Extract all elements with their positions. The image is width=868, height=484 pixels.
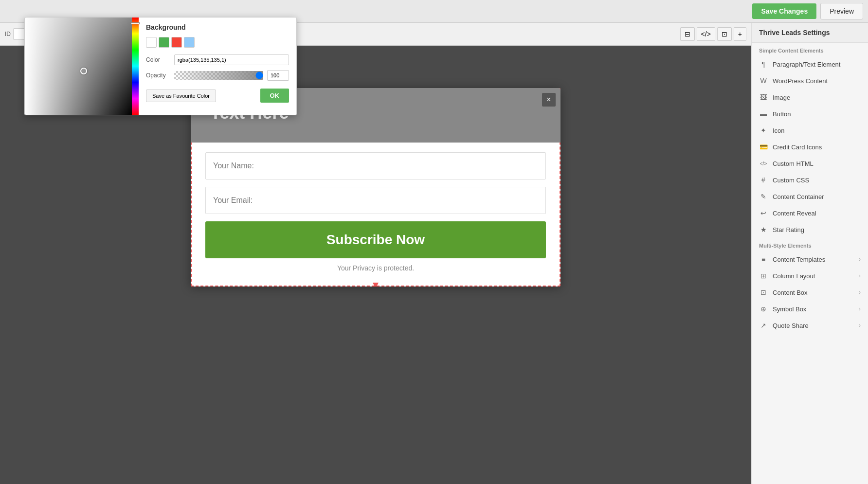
sidebar-item-label: Content Reveal — [773, 210, 861, 217]
sidebar-item-label: Paragraph/Text Element — [773, 61, 861, 68]
paragraph-icon: ¶ — [759, 60, 768, 69]
ok-button[interactable]: OK — [260, 89, 289, 103]
swatch-light-blue[interactable] — [184, 37, 195, 48]
chevron-right-icon: › — [859, 289, 861, 296]
code-editor-button[interactable]: </> — [697, 27, 715, 41]
sidebar-item-label: Credit Card Icons — [773, 143, 861, 151]
sidebar-title: Thrive Leads Settings — [752, 23, 868, 43]
color-spectrum-canvas[interactable] — [25, 18, 132, 115]
sidebar-item-content-box[interactable]: ⊡ Content Box › — [752, 284, 868, 301]
opacity-row: Opacity — [146, 70, 289, 81]
color-picker-title: Background — [146, 23, 289, 31]
sidebar-item-quote-share[interactable]: ↗ Quote Share › — [752, 317, 868, 334]
content-templates-icon: ≡ — [759, 255, 768, 264]
form-close-button[interactable]: × — [542, 93, 556, 107]
subscribe-button[interactable]: Subscribe Now — [205, 221, 546, 258]
html-icon: </> — [759, 159, 768, 168]
sidebar-item-label: Button — [773, 110, 861, 118]
multi-elements-section: Multi-Style Elements — [752, 238, 868, 251]
sidebar-item-content-reveal[interactable]: ↩ Content Reveal — [752, 205, 868, 221]
sidebar-item-label: Custom CSS — [773, 177, 861, 184]
name-input[interactable] — [205, 152, 546, 179]
chevron-right-icon: › — [859, 272, 861, 279]
symbol-box-icon: ⊕ — [759, 305, 768, 313]
wordpress-icon: W — [759, 76, 768, 85]
content-reveal-icon: ↩ — [759, 209, 768, 217]
email-input[interactable] — [205, 187, 546, 214]
sidebar-item-symbol-box[interactable]: ⊕ Symbol Box › — [752, 301, 868, 317]
simple-elements-section: Simple Content Elements — [752, 43, 868, 56]
color-row: Color — [146, 54, 289, 65]
column-layout-icon: ⊞ — [759, 271, 768, 280]
minimize-button[interactable]: ⊟ — [680, 27, 695, 41]
star-icon: ★ — [759, 225, 768, 234]
credit-card-icon: 💳 — [759, 143, 768, 151]
right-sidebar: Thrive Leads Settings Simple Content Ele… — [751, 23, 868, 484]
button-icon: ▬ — [759, 109, 768, 118]
sidebar-item-label: Content Container — [773, 193, 861, 200]
sidebar-item-label: Custom HTML — [773, 160, 861, 167]
swatch-red[interactable] — [171, 37, 182, 48]
sidebar-item-wordpress[interactable]: W WordPress Content — [752, 72, 868, 89]
id-label: ID — [5, 31, 11, 37]
sidebar-item-column-layout[interactable]: ⊞ Column Layout › — [752, 268, 868, 284]
sidebar-item-label: Icon — [773, 127, 861, 134]
chevron-right-icon: › — [859, 256, 861, 263]
sidebar-item-content-templates[interactable]: ≡ Content Templates › — [752, 251, 868, 268]
add-button[interactable]: + — [734, 27, 746, 41]
fullscreen-button[interactable]: ⊡ — [717, 27, 732, 41]
sidebar-item-image[interactable]: 🖼 Image — [752, 89, 868, 106]
form-body: Subscribe Now Your Privacy is protected. — [191, 143, 561, 287]
chevron-right-icon: › — [859, 305, 861, 312]
sidebar-item-label: Content Box — [773, 289, 854, 296]
form-popup: Text Here × Subscribe Now Your Privacy i… — [191, 88, 561, 287]
content-container-icon: ✎ — [759, 192, 768, 201]
sidebar-item-label: Column Layout — [773, 272, 854, 280]
swatch-green[interactable] — [159, 37, 169, 48]
css-icon: # — [759, 176, 768, 184]
color-hue-bar[interactable] — [132, 18, 139, 115]
content-box-icon: ⊡ — [759, 288, 768, 297]
icon-icon: ✦ — [759, 126, 768, 135]
privacy-text: Your Privacy is protected. — [205, 264, 546, 272]
sidebar-item-custom-css[interactable]: # Custom CSS — [752, 172, 868, 188]
color-spectrum-handle — [80, 68, 87, 74]
canvas-area: Text Here × Subscribe Now Your Privacy i… — [0, 69, 751, 484]
sidebar-item-content-container[interactable]: ✎ Content Container — [752, 188, 868, 205]
opacity-slider-input[interactable] — [174, 71, 263, 80]
color-spectrum[interactable] — [25, 18, 132, 115]
opacity-slider-container — [174, 71, 263, 80]
color-picker-popup: Background Color Opacity Save as Favouri… — [24, 17, 297, 115]
chevron-right-icon: › — [859, 322, 861, 329]
sidebar-item-custom-html[interactable]: </> Custom HTML — [752, 155, 868, 172]
opacity-label: Opacity — [146, 72, 170, 79]
color-swatches — [146, 37, 289, 48]
save-favourite-button[interactable]: Save as Favourite Color — [146, 90, 216, 102]
sidebar-item-label: Star Rating — [773, 226, 861, 233]
color-picker-controls: Background Color Opacity Save as Favouri… — [139, 18, 296, 115]
sidebar-item-credit-card[interactable]: 💳 Credit Card Icons — [752, 139, 868, 155]
sidebar-item-label: Symbol Box — [773, 305, 854, 313]
swatch-white[interactable] — [146, 37, 157, 48]
sidebar-item-icon[interactable]: ✦ Icon — [752, 122, 868, 139]
sidebar-item-label: Content Templates — [773, 256, 854, 263]
save-changes-button[interactable]: Save Changes — [752, 3, 816, 19]
sidebar-item-star-rating[interactable]: ★ Star Rating — [752, 221, 868, 238]
image-icon: 🖼 — [759, 93, 768, 102]
quote-share-icon: ↗ — [759, 321, 768, 330]
color-value-input[interactable] — [174, 54, 289, 65]
preview-button[interactable]: Preview — [820, 3, 863, 19]
sidebar-item-label: Quote Share — [773, 322, 854, 329]
sidebar-item-paragraph[interactable]: ¶ Paragraph/Text Element — [752, 56, 868, 72]
opacity-value-input[interactable] — [267, 70, 289, 81]
color-label: Color — [146, 56, 170, 63]
hue-handle — [131, 22, 140, 24]
sidebar-item-button[interactable]: ▬ Button — [752, 106, 868, 122]
sidebar-item-label: WordPress Content — [773, 77, 861, 85]
sidebar-item-label: Image — [773, 94, 861, 101]
